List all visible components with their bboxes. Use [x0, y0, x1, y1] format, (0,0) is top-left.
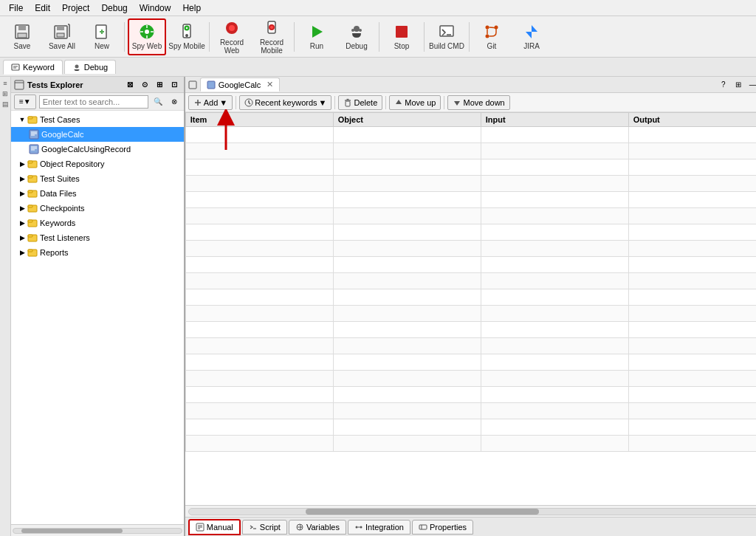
editor-tab-google-calc[interactable]: GoogleCalc ✕: [200, 78, 280, 92]
menu-window[interactable]: Window: [134, 1, 177, 15]
table-cell[interactable]: [481, 322, 628, 338]
table-cell[interactable]: [333, 192, 481, 208]
table-cell[interactable]: [333, 143, 481, 159]
filter-icon[interactable]: ⊗: [168, 95, 181, 109]
table-cell[interactable]: [333, 273, 481, 289]
table-cell[interactable]: [333, 257, 481, 273]
table-cell[interactable]: [185, 322, 333, 338]
tree-toggle-rep[interactable]: ▶: [17, 249, 27, 256]
new-button[interactable]: New: [83, 18, 121, 55]
tree-test-cases[interactable]: ▼ Test Cases: [11, 112, 184, 127]
table-row[interactable]: [185, 403, 756, 419]
table-cell[interactable]: [628, 224, 756, 241]
table-cell[interactable]: [628, 436, 756, 452]
table-row[interactable]: [185, 289, 756, 306]
editor-tab-close[interactable]: ✕: [267, 80, 273, 89]
table-cell[interactable]: [628, 338, 756, 354]
record-mobile-button[interactable]: Record Mobile: [252, 18, 291, 55]
table-cell[interactable]: [185, 176, 333, 192]
panel-icon-3[interactable]: ⊞: [153, 78, 166, 92]
recent-dropdown-icon[interactable]: ▼: [319, 98, 327, 107]
manual-tab[interactable]: Manual: [188, 519, 241, 535]
debug-tab[interactable]: Debug: [64, 60, 116, 74]
jira-button[interactable]: JIRA: [512, 18, 551, 55]
table-cell[interactable]: [481, 241, 628, 257]
table-row[interactable]: [185, 338, 756, 354]
table-cell[interactable]: [185, 338, 333, 354]
table-row[interactable]: [185, 436, 756, 452]
table-cell[interactable]: [628, 403, 756, 419]
table-row[interactable]: [185, 371, 756, 387]
tree-test-listeners[interactable]: ▶ Test Listeners: [11, 230, 184, 245]
panel-icon-4[interactable]: ⊡: [168, 78, 181, 92]
table-cell[interactable]: [628, 257, 756, 273]
table-cell[interactable]: [481, 371, 628, 387]
integration-tab[interactable]: Integration: [348, 520, 410, 535]
table-cell[interactable]: [628, 241, 756, 257]
table-cell[interactable]: [333, 224, 481, 241]
table-cell[interactable]: [481, 159, 628, 176]
table-cell[interactable]: [481, 436, 628, 452]
table-cell[interactable]: [185, 241, 333, 257]
table-cell[interactable]: [481, 143, 628, 159]
table-cell[interactable]: [333, 322, 481, 338]
tree-reports[interactable]: ▶ Reports: [11, 245, 184, 260]
table-cell[interactable]: [185, 257, 333, 273]
tree-google-calc[interactable]: GoogleCalc: [11, 127, 184, 142]
table-cell[interactable]: [185, 143, 333, 159]
panel-icon-2[interactable]: ⊙: [138, 78, 151, 92]
table-row[interactable]: [185, 306, 756, 322]
editor-expand-icon[interactable]: ⊞: [732, 79, 744, 91]
table-row[interactable]: [185, 419, 756, 436]
menu-file[interactable]: File: [3, 1, 29, 15]
editor-help-icon[interactable]: ?: [718, 79, 729, 91]
left-strip-icon-3[interactable]: ▤: [0, 99, 10, 109]
tree-object-repo[interactable]: ▶ Object Repository: [11, 157, 184, 171]
table-cell[interactable]: [333, 371, 481, 387]
table-cell[interactable]: [628, 143, 756, 159]
table-row[interactable]: [185, 387, 756, 403]
menu-help[interactable]: Help: [176, 1, 207, 15]
table-cell[interactable]: [481, 273, 628, 289]
tree-checkpoints[interactable]: ▶ Checkpoints: [11, 201, 184, 216]
tree-toggle-test-cases[interactable]: ▼: [17, 116, 27, 123]
table-cell[interactable]: [185, 387, 333, 403]
table-row[interactable]: [185, 257, 756, 273]
table-cell[interactable]: [628, 192, 756, 208]
table-cell[interactable]: [333, 403, 481, 419]
table-cell[interactable]: [333, 289, 481, 306]
tree-keywords[interactable]: ▶ Keywords: [11, 216, 184, 230]
table-cell[interactable]: [185, 436, 333, 452]
table-cell[interactable]: [481, 306, 628, 322]
tree-toggle-suites[interactable]: ▶: [17, 175, 27, 182]
table-cell[interactable]: [333, 387, 481, 403]
variables-tab[interactable]: Variables: [289, 520, 346, 535]
tree-toggle-obj[interactable]: ▶: [17, 160, 27, 168]
h-scroll-track[interactable]: [188, 508, 756, 515]
table-row[interactable]: [185, 322, 756, 338]
table-cell[interactable]: [185, 354, 333, 371]
tree-toggle-kw[interactable]: ▶: [17, 219, 27, 227]
table-cell[interactable]: [481, 127, 628, 143]
debug-button[interactable]: Debug: [337, 18, 376, 55]
table-cell[interactable]: [481, 208, 628, 224]
table-cell[interactable]: [481, 289, 628, 306]
table-cell[interactable]: [333, 159, 481, 176]
table-cell[interactable]: [628, 273, 756, 289]
table-cell[interactable]: [333, 338, 481, 354]
table-cell[interactable]: [628, 159, 756, 176]
build-cmd-button[interactable]: Build CMD: [427, 18, 466, 55]
recent-keywords-button[interactable]: Recent keywords ▼: [239, 95, 331, 110]
run-button[interactable]: Run: [298, 18, 336, 55]
add-button[interactable]: Add ▼: [188, 95, 233, 110]
tree-toggle-data[interactable]: ▶: [17, 190, 27, 197]
table-cell[interactable]: [628, 289, 756, 306]
save-button[interactable]: Save: [3, 18, 41, 55]
spy-web-button[interactable]: Spy Web: [128, 18, 166, 55]
table-row[interactable]: [185, 159, 756, 176]
table-cell[interactable]: [333, 436, 481, 452]
table-cell[interactable]: [333, 306, 481, 322]
table-row[interactable]: [185, 241, 756, 257]
table-cell[interactable]: [481, 403, 628, 419]
table-cell[interactable]: [333, 241, 481, 257]
